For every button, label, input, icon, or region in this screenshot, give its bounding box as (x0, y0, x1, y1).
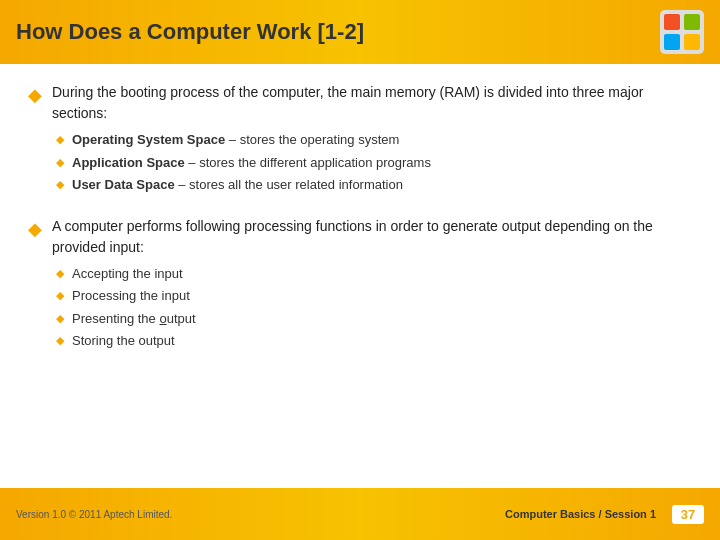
sub-bullet-4-desc: Accepting the input (72, 266, 183, 281)
section-2-text: A computer performs following processing… (52, 216, 692, 258)
sub-bullet-item-2: ◆ Application Space – stores the differe… (56, 153, 692, 173)
sub-bullet-item-5: ◆ Processing the input (56, 286, 692, 306)
sub-diamond-5-icon: ◆ (56, 289, 64, 302)
sub-diamond-1-icon: ◆ (56, 133, 64, 146)
page-title: How Does a Computer Work [1-2] (16, 19, 364, 45)
section-1: ◆ During the booting process of the comp… (28, 82, 692, 198)
sub-bullet-1-label: Operating System Space (72, 132, 225, 147)
header: How Does a Computer Work [1-2] (0, 0, 720, 64)
section-2-body: A computer performs following processing… (52, 216, 692, 354)
section-2-main-text: A computer performs following processing… (52, 218, 653, 255)
sub-bullet-2-label: Application Space (72, 155, 185, 170)
sub-bullet-2-text: Application Space – stores the different… (72, 153, 431, 173)
sub-diamond-6-icon: ◆ (56, 312, 64, 325)
sub-diamond-2-icon: ◆ (56, 156, 64, 169)
footer-page-number: 37 (672, 505, 704, 524)
svg-rect-4 (684, 34, 700, 50)
bullet-2-icon: ◆ (28, 218, 42, 240)
sub-bullet-3-desc: – stores all the user related informatio… (175, 177, 403, 192)
sub-bullet-7-desc: Storing the output (72, 333, 175, 348)
bullet-1-icon: ◆ (28, 84, 42, 106)
sub-bullet-3-text: User Data Space – stores all the user re… (72, 175, 403, 195)
sub-diamond-4-icon: ◆ (56, 267, 64, 280)
sub-bullet-item-7: ◆ Storing the output (56, 331, 692, 351)
sub-diamond-7-icon: ◆ (56, 334, 64, 347)
section-2-sub-bullets: ◆ Accepting the input ◆ Processing the i… (56, 264, 692, 351)
section-1-main-text: During the booting process of the comput… (52, 84, 643, 121)
section-1-body: During the booting process of the comput… (52, 82, 692, 198)
sub-bullet-1-desc: – stores the operating system (225, 132, 399, 147)
svg-rect-3 (664, 34, 680, 50)
footer-right: Computer Basics / Session 1 37 (505, 505, 704, 524)
sub-diamond-3-icon: ◆ (56, 178, 64, 191)
footer: Version 1.0 © 2011 Aptech Limited. Compu… (0, 488, 720, 540)
section-2: ◆ A computer performs following processi… (28, 216, 692, 354)
section-1-sub-bullets: ◆ Operating System Space – stores the op… (56, 130, 692, 195)
sub-bullet-1-text: Operating System Space – stores the oper… (72, 130, 399, 150)
sub-bullet-item-3: ◆ User Data Space – stores all the user … (56, 175, 692, 195)
sub-bullet-item-6: ◆ Presenting the output (56, 309, 692, 329)
sub-bullet-7-text: Storing the output (72, 331, 175, 351)
sub-bullet-3-label: User Data Space (72, 177, 175, 192)
sub-bullet-item-1: ◆ Operating System Space – stores the op… (56, 130, 692, 150)
svg-rect-2 (684, 14, 700, 30)
sub-bullet-6-text: Presenting the output (72, 309, 196, 329)
sub-bullet-item-4: ◆ Accepting the input (56, 264, 692, 284)
sub-bullet-5-text: Processing the input (72, 286, 190, 306)
sub-bullet-4-text: Accepting the input (72, 264, 183, 284)
main-content: ◆ During the booting process of the comp… (0, 64, 720, 382)
footer-version: Version 1.0 © 2011 Aptech Limited. (16, 509, 172, 520)
sub-bullet-2-desc: – stores the different application progr… (185, 155, 431, 170)
svg-rect-1 (664, 14, 680, 30)
header-logo-icon (660, 10, 704, 54)
section-1-text: During the booting process of the comput… (52, 82, 692, 124)
sub-bullet-5-desc: Processing the input (72, 288, 190, 303)
footer-course: Computer Basics / Session 1 (505, 508, 656, 520)
